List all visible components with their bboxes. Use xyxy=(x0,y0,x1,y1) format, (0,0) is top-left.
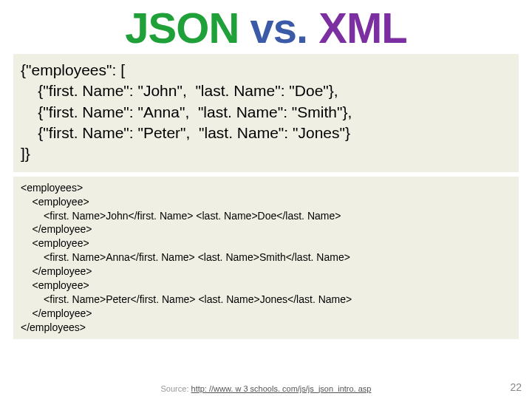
source-label: Source: xyxy=(161,384,189,393)
source-link[interactable]: http: //www. w 3 schools. com/js/js_json… xyxy=(191,384,372,393)
source-footer: Source: http: //www. w 3 schools. com/js… xyxy=(0,384,532,393)
title-xml: XML xyxy=(318,4,406,52)
title-json: JSON xyxy=(125,4,239,52)
page-number: 22 xyxy=(510,381,522,393)
json-code-block: {"employees": [ {"first. Name": "John", … xyxy=(13,54,519,172)
xml-code-block: <employees> <employee> <first. Name>John… xyxy=(13,177,519,339)
slide-title: JSON vs. XML xyxy=(0,0,532,52)
title-vs: vs. xyxy=(250,4,307,52)
